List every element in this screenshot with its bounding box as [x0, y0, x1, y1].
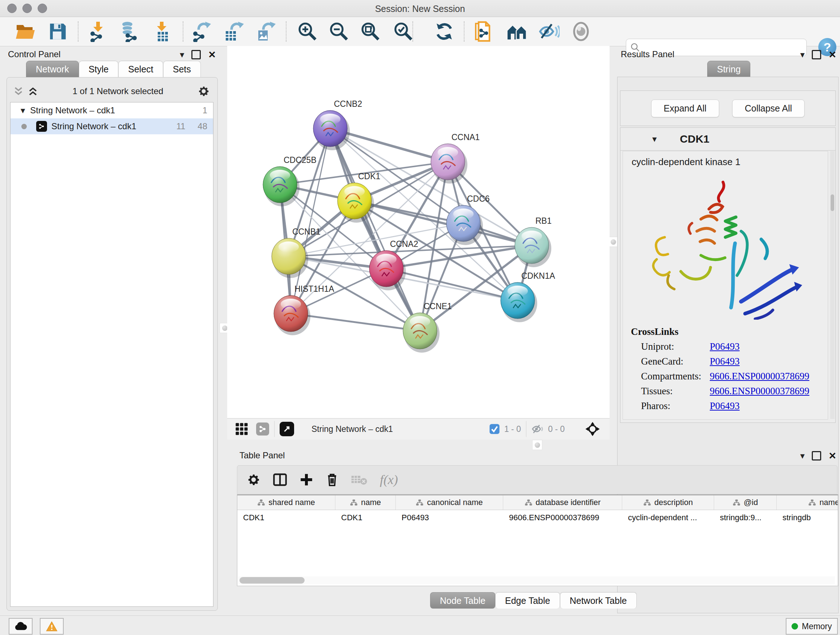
edge-CCNB2-CCNE1[interactable] — [330, 128, 420, 331]
home-button[interactable] — [505, 21, 529, 42]
column-header-canonical-name[interactable]: canonical name — [396, 495, 503, 510]
save-session-button[interactable] — [46, 21, 69, 42]
node-RB1[interactable]: RB1 — [515, 216, 552, 267]
right-splitter-handle[interactable] — [608, 237, 618, 247]
hidden-eye-icon[interactable] — [531, 424, 545, 434]
results-scrollbar-thumb[interactable] — [831, 195, 834, 211]
network-canvas[interactable]: CCNB2CCNA1CDC25BCDK1CDC6RB1CCNB1CCNA2CDK… — [227, 46, 609, 418]
eye-icon — [571, 22, 591, 41]
cdk1-expander-icon[interactable]: ▼ — [652, 136, 657, 143]
memory-button[interactable]: Memory — [786, 618, 838, 635]
share-document-button[interactable] — [472, 21, 496, 42]
column-header-shared-name[interactable]: shared name — [237, 495, 335, 510]
tab-node-table[interactable]: Node Table — [430, 592, 495, 608]
table-hscrollbar[interactable] — [238, 576, 835, 584]
crosslink-link[interactable]: 9606.ENSP00000378699 — [710, 371, 809, 382]
network-row-selected[interactable]: String Network – cdk1 11 48 — [11, 119, 213, 134]
crosslink-link[interactable]: P06493 — [710, 401, 740, 412]
node-CCNA1[interactable]: CCNA1 — [431, 133, 480, 184]
column-header--id[interactable]: @id — [714, 495, 777, 510]
node-HIST1H1A[interactable]: HIST1H1A — [274, 284, 335, 335]
warnings-button[interactable] — [40, 618, 64, 635]
grid-view-icon[interactable] — [235, 423, 248, 435]
node-label-CCNB1: CCNB1 — [292, 227, 321, 236]
export-image-button[interactable] — [254, 21, 277, 42]
node-CDKN1A[interactable]: CDKN1A — [501, 271, 555, 322]
results-panel-close-button[interactable]: ✕ — [829, 51, 836, 58]
expand-all-button[interactable]: Expand All — [651, 100, 719, 117]
table-panel-float-button[interactable] — [812, 451, 821, 461]
crosslink-link[interactable]: P06493 — [710, 341, 740, 352]
zoom-fit-button[interactable] — [359, 21, 382, 42]
hide-selected-button[interactable] — [538, 21, 561, 42]
import-network-file-button[interactable] — [86, 21, 109, 42]
bottom-splitter-handle[interactable] — [532, 440, 542, 450]
export-table-button[interactable] — [222, 21, 245, 42]
cdk1-section: ▼ CDK1 cyclin-dependent kinase 1 — [620, 127, 836, 423]
collapse-all-icon[interactable] — [13, 87, 24, 96]
control-panel-menu-button[interactable]: ▼ — [180, 51, 184, 58]
network-graph[interactable]: CCNB2CCNA1CDC25BCDK1CDC6RB1CCNB1CCNA2CDK… — [227, 46, 609, 418]
column-header-database-identifier[interactable]: database identifier — [503, 495, 622, 510]
network-list-header: 1 of 1 Network selected — [10, 82, 213, 100]
column-header-name[interactable]: name — [335, 495, 396, 510]
table-panel-close-button[interactable]: ✕ — [829, 452, 836, 459]
table-row[interactable]: CDK1CDK1P064939606.ENSP00000378699cyclin… — [237, 510, 838, 525]
tab-network[interactable]: Network — [26, 61, 79, 77]
node-CDC6[interactable]: CDC6 — [447, 194, 490, 245]
node-label-CCNE1: CCNE1 — [424, 302, 452, 311]
delete-icon[interactable] — [325, 472, 339, 487]
selected-checkbox-icon[interactable] — [489, 424, 500, 434]
control-panel-title: Control Panel — [8, 49, 60, 59]
apply-layout-button[interactable] — [433, 21, 456, 42]
tab-string[interactable]: String — [707, 61, 750, 77]
add-icon[interactable] — [300, 473, 313, 486]
table-gear-icon[interactable] — [247, 473, 261, 486]
results-scrollbar[interactable] — [830, 151, 835, 419]
control-panel-float-button[interactable] — [191, 50, 201, 59]
expand-all-icon[interactable] — [27, 87, 38, 96]
tab-sets[interactable]: Sets — [163, 61, 201, 77]
crosslinks-title: CrossLinks — [631, 326, 828, 337]
collapse-all-button[interactable]: Collapse All — [732, 100, 805, 117]
zoom-selected-icon — [393, 21, 414, 42]
zoom-selected-button[interactable] — [392, 21, 415, 42]
tab-style[interactable]: Style — [79, 61, 118, 77]
control-panel-close-button[interactable]: ✕ — [208, 51, 216, 58]
tab-edge-table[interactable]: Edge Table — [495, 592, 560, 608]
birds-eye-view-button[interactable] — [279, 422, 294, 436]
tab-network-table[interactable]: Network Table — [560, 592, 637, 608]
tab-select[interactable]: Select — [118, 61, 163, 77]
cdk1-section-header[interactable]: ▼ CDK1 — [621, 128, 835, 150]
export-network-button[interactable] — [190, 21, 213, 42]
columns-icon[interactable] — [273, 473, 287, 486]
node-CDK1[interactable]: CDK1 — [338, 172, 380, 223]
gear-icon[interactable] — [197, 85, 210, 97]
column-header-namespace[interactable]: namespace — [777, 495, 838, 510]
table-panel-title: Table Panel — [240, 450, 285, 461]
column-header-description[interactable]: description — [622, 495, 714, 510]
import-network-database-button[interactable] — [118, 21, 141, 42]
toolbar-separator — [286, 21, 286, 42]
open-session-button[interactable] — [14, 21, 37, 42]
collection-expander-icon[interactable]: ▼ — [21, 107, 25, 114]
network-collection-row[interactable]: ▼ String Network – cdk1 1 — [11, 103, 213, 119]
table-panel-menu-button[interactable]: ▼ — [800, 453, 805, 459]
zoom-in-button[interactable] — [296, 21, 319, 42]
table-cell: P06493 — [396, 510, 503, 525]
crosslink-link[interactable]: P06493 — [710, 356, 740, 367]
zoom-out-button[interactable] — [327, 21, 351, 42]
import-table-button[interactable] — [151, 21, 174, 42]
results-panel-float-button[interactable] — [812, 50, 821, 59]
table-hscrollbar-thumb[interactable] — [240, 577, 305, 584]
toolbar-separator — [78, 21, 79, 42]
network-label: String Network – cdk1 — [51, 121, 176, 131]
crosslink-link[interactable]: 9606.ENSP00000378699 — [710, 386, 809, 397]
export-image-icon — [255, 21, 276, 42]
node-table[interactable]: shared namenamecanonical namedatabase id… — [237, 494, 838, 586]
results-panel-menu-button[interactable]: ▼ — [800, 51, 805, 58]
cloud-status-button[interactable] — [9, 618, 33, 635]
network-share-icon[interactable] — [256, 423, 269, 435]
show-hidden-button[interactable] — [569, 21, 592, 42]
fit-crosshair-icon[interactable] — [585, 421, 600, 437]
